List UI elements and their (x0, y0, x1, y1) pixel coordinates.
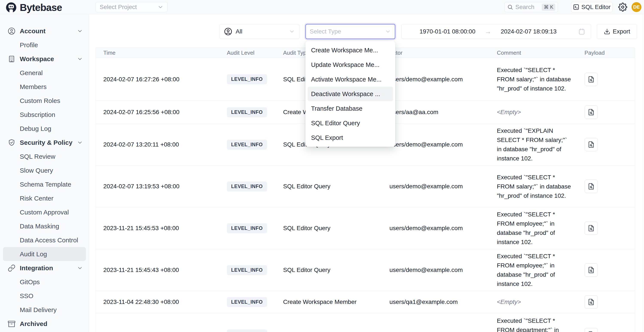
view-payload-button[interactable] (584, 222, 598, 235)
menu-item-update-workspace-member[interactable]: Update Workspace Me... (306, 57, 395, 72)
sidebar-item-custom-roles[interactable]: Custom Roles (0, 94, 89, 108)
sql-editor-button[interactable]: SQL Editor (571, 2, 612, 12)
chevron-down-icon (77, 265, 83, 271)
sidebar-item-debug-log[interactable]: Debug Log (0, 122, 89, 136)
cell-audit-type: SQL Editor Query (283, 331, 387, 332)
cell-payload (578, 263, 635, 277)
cell-audit-level: LEVEL_INFO (226, 265, 283, 275)
column-header-actor: Actor (387, 49, 494, 56)
settings-gear-button[interactable] (618, 2, 627, 11)
sidebar-item-account[interactable]: Account (0, 24, 89, 38)
table-row: 2024-02-07 13:19:53 +08:00 LEVEL_INFO SQ… (96, 166, 635, 207)
cell-audit-type: Create Workspace Member (283, 299, 387, 305)
menu-item-create-workspace-member[interactable]: Create Workspace Me... (306, 43, 395, 57)
actor-filter-dropdown[interactable]: All (220, 24, 300, 39)
sidebar-item-label: Account (20, 27, 46, 35)
sidebar-item-archived[interactable]: Archived (0, 317, 89, 331)
sidebar-item-risk-center[interactable]: Risk Center (0, 191, 89, 205)
cell-audit-level: LEVEL_INFO (226, 74, 283, 84)
search-input[interactable]: Search ⌘ K (504, 2, 558, 12)
view-payload-button[interactable] (584, 295, 598, 309)
sql-editor-label: SQL Editor (582, 4, 611, 10)
menu-item-sql-editor-query[interactable]: SQL Editor Query (306, 116, 395, 130)
cell-comment: Executed `"EXPLAIN SELECT * FROM salary;… (494, 126, 578, 163)
cell-actor: users/demo@example.com (387, 183, 494, 190)
gear-icon (618, 2, 627, 11)
chevron-down-icon (158, 4, 164, 10)
cell-actor: users/demo@example.com (387, 225, 494, 232)
menu-item-sql-export[interactable]: SQL Export (306, 130, 395, 145)
level-badge: LEVEL_INFO (227, 140, 267, 150)
type-filter-menu: Create Workspace Me... Update Workspace … (306, 41, 395, 147)
view-payload-button[interactable] (584, 180, 598, 193)
type-filter-dropdown[interactable]: Select Type (306, 24, 395, 39)
sidebar-item-schema-template[interactable]: Schema Template (0, 177, 89, 191)
sidebar-item-label: Security & Policy (20, 139, 72, 146)
chevron-down-icon (77, 140, 83, 146)
sidebar-item-label: Subscription (20, 111, 55, 118)
level-badge: LEVEL_INFO (227, 74, 267, 84)
actor-filter-value: All (236, 28, 242, 35)
file-search-icon (588, 225, 594, 232)
sidebar-item-label: Schema Template (20, 181, 71, 188)
sidebar-item-data-access-control[interactable]: Data Access Control (0, 233, 89, 247)
cell-time: 2023-11-21 15:45:53 +08:00 (96, 225, 226, 232)
chevron-down-icon (77, 56, 83, 62)
sidebar-item-slow-query[interactable]: Slow Query (0, 164, 89, 177)
cell-audit-level: LEVEL_INFO (226, 330, 283, 332)
date-range-picker[interactable]: 1970-01-01 08:00:00 → 2024-02-07 18:09:1… (401, 24, 591, 39)
file-search-icon (588, 109, 594, 116)
sidebar-item-sso[interactable]: SSO (0, 289, 89, 303)
audit-log-page: Bytebase Select Project Search ⌘ K SQL E… (0, 0, 644, 332)
sidebar-item-security-policy[interactable]: Security & Policy (0, 136, 89, 150)
sidebar-item-data-masking[interactable]: Data Masking (0, 219, 89, 233)
view-payload-button[interactable] (584, 263, 598, 277)
sidebar-item-general[interactable]: General (0, 66, 89, 80)
select-project-placeholder: Select Project (100, 4, 137, 10)
sidebar-item-subscription[interactable]: Subscription (0, 108, 89, 122)
cell-time: 2023-11-21 15:45:43 +08:00 (96, 267, 226, 273)
cell-audit-level: LEVEL_INFO (226, 223, 283, 233)
bytebase-logo[interactable]: Bytebase (6, 2, 62, 13)
export-button[interactable]: Export (597, 24, 637, 39)
cell-actor: users/qa1@example.com (387, 299, 494, 305)
column-header-time: Time (96, 49, 226, 56)
table-row: 2023-11-21 15:45:43 +08:00 LEVEL_INFO SQ… (96, 249, 635, 291)
cell-audit-level: LEVEL_INFO (226, 297, 283, 307)
column-header-comment: Comment (494, 49, 578, 56)
sidebar-item-gitops[interactable]: GitOps (0, 275, 89, 289)
sidebar-item-workspace[interactable]: Workspace (0, 52, 89, 66)
menu-item-transfer-database[interactable]: Transfer Database (306, 101, 395, 116)
type-filter-placeholder: Select Type (310, 28, 341, 35)
view-payload-button[interactable] (584, 106, 598, 119)
sidebar-item-integration[interactable]: Integration (0, 261, 89, 275)
sidebar-item-audit-log[interactable]: Audit Log (3, 247, 86, 261)
sidebar-item-members[interactable]: Members (0, 80, 89, 94)
cell-payload (578, 73, 635, 86)
cell-actor: users/demo@example.com (387, 267, 494, 273)
menu-item-activate-workspace-member[interactable]: Activate Workspace Me... (306, 72, 395, 87)
view-payload-button[interactable] (584, 138, 598, 151)
sidebar-item-label: General (20, 69, 43, 77)
sidebar-item-profile[interactable]: Profile (0, 38, 89, 52)
sidebar-item-custom-approval[interactable]: Custom Approval (0, 205, 89, 219)
view-payload-button[interactable] (584, 328, 598, 332)
cell-actor: users/demo@example.com (387, 76, 494, 83)
sidebar-item-label: GitOps (20, 278, 40, 286)
file-search-icon (588, 267, 594, 273)
cell-comment: Executed `"SELECT * FROM salary;"` in da… (494, 173, 578, 200)
column-header-audit-level: Audit Level (226, 49, 283, 56)
menu-item-deactivate-workspace-member[interactable]: Deactivate Workspace ... (308, 87, 393, 101)
sidebar-item-label: SSO (20, 292, 33, 300)
cell-payload (578, 222, 635, 235)
select-project-dropdown[interactable]: Select Project (96, 2, 168, 12)
file-search-icon (588, 141, 594, 148)
view-payload-button[interactable] (584, 73, 598, 86)
sidebar-item-sql-review[interactable]: SQL Review (0, 150, 89, 164)
archive-icon (8, 320, 16, 328)
logo-wordmark: Bytebase (20, 2, 62, 13)
level-badge: LEVEL_INFO (227, 330, 267, 332)
search-placeholder: Search (515, 4, 534, 10)
sidebar-item-mail-delivery[interactable]: Mail Delivery (0, 303, 89, 317)
user-avatar[interactable]: DE (632, 2, 642, 12)
